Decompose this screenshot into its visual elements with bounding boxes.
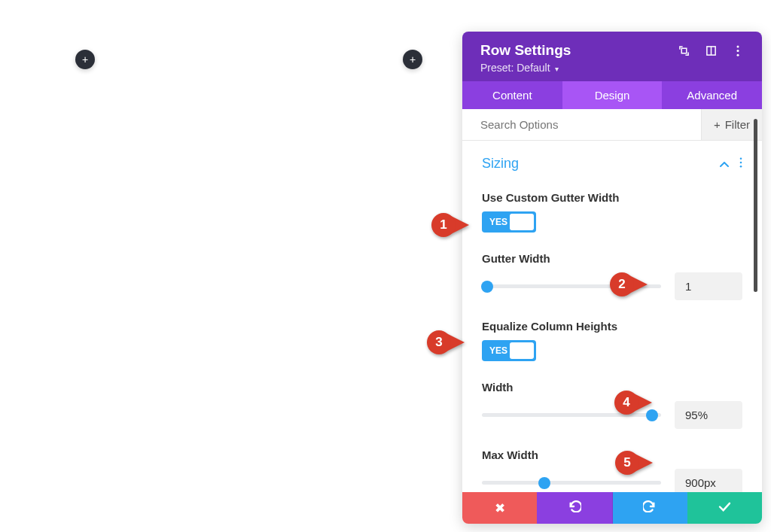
callout-bubble: 1: [431, 213, 456, 237]
chevron-down-icon: ▾: [555, 65, 559, 73]
toggle-custom-gutter[interactable]: YES: [482, 211, 536, 233]
preset-label: Preset: Default: [480, 62, 550, 74]
toggle-equalize-text: YES: [489, 345, 507, 356]
toggle-equalize[interactable]: YES: [482, 340, 536, 361]
redo-icon: [643, 500, 657, 516]
toggle-knob: [510, 214, 534, 230]
scrollbar[interactable]: [754, 119, 757, 292]
field-max-width: Max Width: [468, 435, 756, 492]
redo-button[interactable]: [613, 492, 687, 524]
search-input[interactable]: [462, 109, 701, 140]
cancel-button[interactable]: ✖: [462, 492, 537, 524]
section-sizing-header[interactable]: Sizing: [468, 150, 756, 178]
check-icon: [718, 500, 731, 515]
chevron-up-icon[interactable]: [720, 158, 729, 170]
svg-point-3: [737, 45, 739, 47]
section-title: Sizing: [482, 156, 519, 172]
expand-icon[interactable]: [678, 44, 690, 56]
add-module-button-left[interactable]: +: [75, 50, 95, 69]
callout-3: 3: [427, 330, 465, 354]
callout-bubble: 5: [615, 451, 639, 475]
callout-bubble: 4: [614, 391, 638, 415]
undo-icon: [568, 500, 581, 516]
svg-point-4: [737, 50, 739, 52]
action-bar: ✖: [462, 492, 762, 524]
callout-5: 5: [615, 451, 653, 475]
label-gutter-width: Gutter Width: [482, 252, 742, 265]
filter-button[interactable]: + Filter: [701, 109, 762, 140]
undo-button[interactable]: [537, 492, 612, 524]
input-gutter-width[interactable]: [675, 272, 742, 300]
svg-point-6: [740, 157, 742, 160]
svg-point-5: [737, 53, 739, 56]
tabs: Content Design Advanced: [462, 81, 762, 109]
tab-design[interactable]: Design: [562, 81, 663, 109]
toggle-custom-gutter-text: YES: [489, 217, 507, 227]
tab-content[interactable]: Content: [462, 81, 562, 109]
label-custom-gutter: Use Custom Gutter Width: [482, 191, 742, 204]
preset-selector[interactable]: Preset: Default ▾: [480, 62, 744, 74]
callout-2: 2: [610, 272, 648, 296]
more-icon[interactable]: [732, 44, 744, 56]
save-button[interactable]: [687, 492, 762, 524]
panel-title: Row Settings: [480, 42, 571, 59]
label-max-width: Max Width: [482, 448, 742, 461]
svg-point-7: [740, 162, 742, 164]
input-max-width[interactable]: [675, 469, 742, 492]
callout-bubble: 2: [610, 272, 634, 296]
search-row: + Filter: [462, 109, 762, 141]
panel-body: Sizing Use Custom Gutter Width YES Gutte…: [462, 141, 762, 492]
label-equalize: Equalize Column Heights: [482, 320, 742, 333]
svg-point-8: [740, 166, 742, 168]
slider-thumb[interactable]: [481, 281, 493, 293]
field-width: Width: [468, 367, 756, 435]
label-width: Width: [482, 381, 742, 394]
field-equalize: Equalize Column Heights YES: [468, 306, 756, 367]
tab-advanced[interactable]: Advanced: [662, 81, 762, 109]
slider-max-width[interactable]: [482, 476, 661, 491]
svg-rect-0: [681, 48, 687, 53]
section-more-icon[interactable]: [739, 157, 742, 170]
callout-4: 4: [614, 391, 652, 415]
close-icon: ✖: [495, 500, 505, 516]
input-width[interactable]: [675, 401, 742, 429]
filter-label: Filter: [725, 118, 750, 131]
callout-1: 1: [431, 213, 469, 237]
panel-header: Row Settings Preset: Default ▾: [462, 32, 762, 81]
callout-bubble: 3: [427, 330, 451, 354]
slider-thumb[interactable]: [538, 477, 550, 489]
add-module-button-right[interactable]: +: [403, 50, 422, 69]
plus-icon: +: [714, 118, 721, 131]
field-custom-gutter: Use Custom Gutter Width YES: [468, 178, 756, 239]
snap-icon[interactable]: [705, 44, 717, 56]
toggle-knob: [510, 342, 534, 359]
